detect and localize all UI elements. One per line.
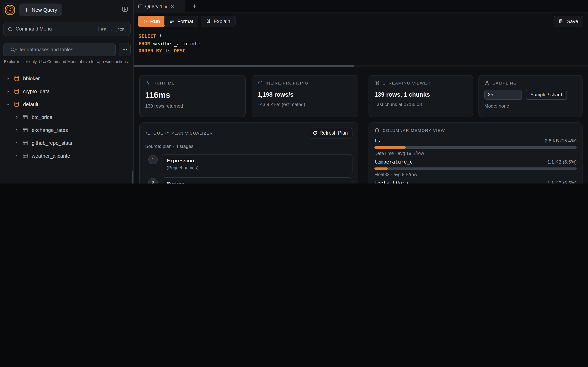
database-icon [14,101,20,107]
save-label: Save [567,18,578,24]
filter-databases-input[interactable] [3,43,116,56]
table-icon [22,140,28,146]
save-icon [559,19,564,24]
main-area: Query 1 Run Format Explain [134,0,588,184]
close-icon[interactable] [170,4,175,8]
sql-line-1: SELECT * [139,33,588,40]
stage-connector [153,166,153,176]
stage-number: 1 [148,155,158,164]
table-icon [22,114,28,120]
stage-box[interactable]: Expression (Project names) [162,154,353,175]
database-tree: bbloker crypto_data default btc_price ex [0,72,134,162]
sql-identifier: ts [165,48,171,54]
column-name: temperature_c [374,159,413,165]
streaming-value: 139 rows, 1 chunks [374,91,467,98]
command-menu-label: Command Menu [16,26,95,32]
column-row-feels-like: feels_like_c1.1 KB (6.5%) Float32 · avg … [374,180,577,184]
plus-icon [24,7,29,12]
git-branch-icon [145,130,151,136]
chevron-right-icon [6,76,10,80]
stage-name: Expression [167,158,348,164]
column-bar-fill [374,167,388,170]
stage-desc: (Project names) [167,166,348,170]
sql-keyword: ORDER BY [139,48,162,54]
table-name: btc_price [32,114,52,120]
align-lines-icon [169,19,174,24]
database-icon [14,88,20,94]
columnar-memory-panel: COLUMNAR MEMORY VIEW ts2.6 KB (15.4%) Da… [369,123,582,184]
sql-identifier: weather_alicante [153,41,200,46]
table-item-btc-price[interactable]: btc_price [0,111,134,124]
chevron-down-icon [6,102,10,106]
sql-editor[interactable]: SELECT * FROM weather_alicante ORDER BY … [134,28,588,65]
columnar-title: COLUMNAR MEMORY VIEW [383,128,445,133]
tab-query-1[interactable]: Query 1 [134,0,185,13]
sample-shard-button[interactable]: Sample / shard [526,90,567,100]
stage-name: Sorting [167,181,348,184]
sql-keyword: FROM [139,41,150,46]
sql-text: * [159,33,162,39]
runtime-sub: 139 rows returned [145,103,240,109]
column-size: 1.1 KB (6.5%) [547,159,577,165]
explorer-filter-row [3,43,131,56]
search-icon [10,47,15,52]
refresh-plan-button[interactable]: Refresh Plan [308,127,353,139]
terminal-icon [138,4,143,9]
collapse-sidebar-button[interactable] [121,6,128,13]
format-button[interactable]: Format [164,16,198,27]
table-item-weather-alicante[interactable]: weather_alicante [0,150,134,162]
refresh-icon [312,131,317,135]
plan-source: Source: plan · 4 stages [140,144,358,149]
tab-label: Query 1 [145,4,163,9]
column-row-ts: ts2.6 KB (15.4%) DateTime · avg 19 B/row [374,138,577,159]
stage-box[interactable]: Sorting (Sorting for ORDER BY) [162,177,353,184]
column-size: 2.6 KB (15.4%) [545,138,577,144]
database-item-crypto-data[interactable]: crypto_data [0,85,134,98]
logo-inner-ring: CH UI [6,6,14,14]
layers-icon [374,127,380,133]
sampling-mode: Mode: none [484,103,577,109]
streaming-viewer-card: STREAMING VIEWER 139 rows, 1 chunks Last… [369,75,473,117]
sql-line-2: FROM weather_alicante [139,40,588,47]
inline-profiling-card: INLINE PROFILING 1,198 rows/s 143.9 KB/s… [252,75,358,117]
refresh-plan-label: Refresh Plan [319,130,348,136]
sidebar-scrollbar[interactable] [132,171,133,184]
command-menu-button[interactable]: Command Menu ⌘K / ⌥K [3,22,131,36]
shortcut-alt-k: ⌥K [116,26,126,32]
new-query-label: New Query [32,7,57,13]
chevron-right-icon [15,154,19,158]
profiling-value: 1,198 rows/s [257,91,353,98]
new-query-button[interactable]: New Query [19,4,62,16]
database-item-default[interactable]: default [0,98,134,111]
format-label: Format [177,18,193,24]
columnar-list: ts2.6 KB (15.4%) DateTime · avg 19 B/row… [374,138,577,184]
table-item-github-repo-stats[interactable]: github_repo_stats [0,137,134,150]
logo-outer-ring: CH UI [5,5,15,15]
search-icon [8,26,13,32]
add-tab-button[interactable] [190,2,199,11]
sql-keyword: DESC [174,48,186,54]
database-item-bbloker[interactable]: bbloker [0,72,134,85]
sql-line-3: ORDER BY ts DESC [139,47,588,55]
run-label: Run [150,18,160,24]
save-button[interactable]: Save [554,16,583,27]
editor-toolbar: Run Format Explain Save [134,13,588,28]
tab-bar: Query 1 [134,0,588,13]
explorer-helper-text: Explorer filter only. Use Command Menu a… [4,59,130,65]
explain-button[interactable]: Explain [201,16,235,27]
plan-stages: 1 Expression (Project names) 2 Sorting (… [145,154,353,184]
stage-number: 2 [148,178,158,184]
query-plan-panel: QUERY PLAN VISUALIZER Refresh Plan Sourc… [139,123,358,184]
run-button[interactable]: Run [138,16,165,27]
sampling-input[interactable] [484,90,522,100]
explorer-more-button[interactable] [119,43,131,56]
table-name: weather_alicante [32,153,70,159]
explain-label: Explain [214,18,230,24]
plan-title: QUERY PLAN VISUALIZER [153,131,213,135]
runtime-value: 116ms [145,90,240,100]
ellipsis-icon [122,46,128,52]
sampling-card: SAMPLING Sample / shard Mode: none [479,75,582,117]
editor-scrollbar-thumb[interactable] [134,65,354,67]
table-item-exchange-rates[interactable]: exchange_rates [0,124,134,137]
app-logo: CH UI [3,3,17,17]
